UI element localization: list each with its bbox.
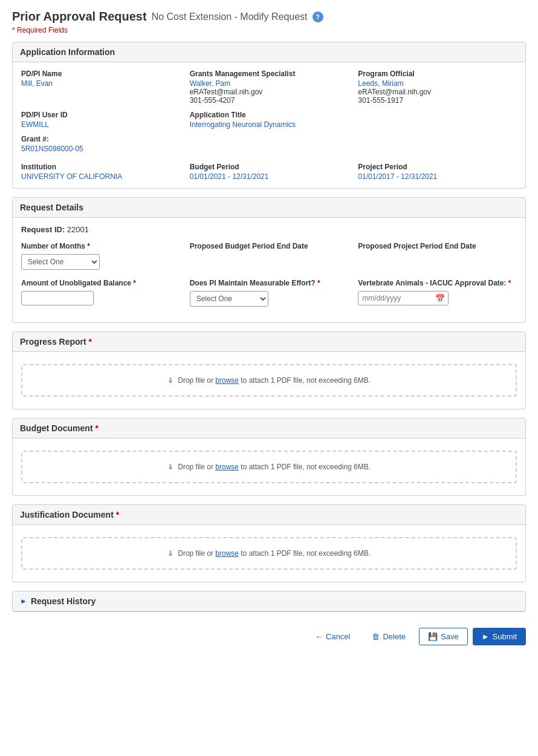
amount-unobligated-field: Amount of Unobligated Balance * <box>21 278 180 307</box>
application-info-section: Application Information PD/PI Name Mill,… <box>12 42 526 189</box>
gms-cell: Grants Management Specialist Walker, Pam… <box>190 70 349 105</box>
proposed-budget-field: Proposed Budget Period End Date <box>190 241 349 270</box>
amount-input[interactable] <box>21 291 94 305</box>
page-header: Prior Approval Request No Cost Extension… <box>12 10 526 24</box>
request-details-header: Request Details <box>13 198 525 218</box>
upload-icon-2: ⇓ <box>167 463 173 471</box>
justification-document-section: Justification Document * ⇓ Drop file or … <box>12 504 526 582</box>
application-info-header: Application Information <box>13 42 525 62</box>
justification-document-header: Justification Document * <box>13 505 525 525</box>
request-history-header[interactable]: ► Request History <box>13 591 525 611</box>
request-fields-row2: Amount of Unobligated Balance * Does PI … <box>21 278 517 307</box>
trash-icon: 🗑 <box>372 632 380 641</box>
send-icon: ► <box>482 632 490 641</box>
num-months-select[interactable]: Select One <box>21 254 100 270</box>
budget-period-cell: Budget Period 01/01/2021 - 12/31/2021 <box>190 163 349 181</box>
pdpi-name-cell: PD/PI Name Mill, Evan <box>21 70 180 105</box>
progress-report-upload[interactable]: ⇓ Drop file or browse to attach 1 PDF fi… <box>21 364 517 397</box>
app-info-row2: PD/PI User ID EWMILL Application Title I… <box>21 111 517 129</box>
save-icon: 💾 <box>428 632 438 641</box>
page-title: Prior Approval Request <box>12 10 147 24</box>
justification-browse-link[interactable]: browse <box>215 549 239 558</box>
does-pi-field: Does PI Maintain Measurable Effort? * Se… <box>190 278 349 307</box>
app-info-row3: Grant #: 5R01NS098000-05 <box>21 135 517 153</box>
save-button[interactable]: 💾 Save <box>419 628 468 645</box>
program-official-cell: Program Official Leeds, Miriam eRATest@m… <box>358 70 517 105</box>
submit-button[interactable]: ► Submit <box>473 628 526 645</box>
help-icon[interactable]: ? <box>313 11 323 22</box>
page-subtitle: No Cost Extension - Modify Request <box>152 11 308 22</box>
application-title-cell: Application Title Interrogating Neuronal… <box>190 111 349 129</box>
arrow-left-icon: ← <box>315 632 323 641</box>
budget-document-header: Budget Document * <box>13 419 525 438</box>
justification-document-upload[interactable]: ⇓ Drop file or browse to attach 1 PDF fi… <box>21 537 517 570</box>
budget-browse-link[interactable]: browse <box>215 463 239 471</box>
project-period-cell: Project Period 01/01/2017 - 12/31/2021 <box>358 163 517 181</box>
request-history-section: ► Request History <box>12 591 526 612</box>
budget-document-section: Budget Document * ⇓ Drop file or browse … <box>12 418 526 496</box>
num-months-field: Number of Months * Select One <box>21 241 180 270</box>
progress-report-header: Progress Report * <box>13 332 525 352</box>
vertebrate-animals-field: Vertebrate Animals - IACUC Approval Date… <box>358 278 517 307</box>
delete-button[interactable]: 🗑 Delete <box>363 628 414 645</box>
progress-browse-link[interactable]: browse <box>215 376 239 385</box>
budget-document-upload[interactable]: ⇓ Drop file or browse to attach 1 PDF fi… <box>21 451 517 483</box>
required-note: * Required Fields <box>12 26 526 34</box>
app-info-row1: PD/PI Name Mill, Evan Grants Management … <box>21 70 517 105</box>
request-details-section: Request Details Request ID: 22001 Number… <box>12 197 526 323</box>
progress-report-section: Progress Report * ⇓ Drop file or browse … <box>12 331 526 409</box>
cancel-button[interactable]: ← Cancel <box>306 628 358 645</box>
request-id-row: Request ID: 22001 <box>21 225 517 234</box>
footer-bar: ← Cancel 🗑 Delete 💾 Save ► Submit <box>12 621 526 648</box>
upload-icon-3: ⇓ <box>167 549 173 558</box>
date-input-wrap: 📅 <box>358 291 449 305</box>
vertebrate-date-input[interactable] <box>358 291 449 305</box>
upload-icon: ⇓ <box>167 376 173 385</box>
request-fields-row1: Number of Months * Select One Proposed B… <box>21 241 517 270</box>
proposed-project-field: Proposed Project Period End Date <box>358 241 517 270</box>
grant-cell: Grant #: 5R01NS098000-05 <box>21 135 180 153</box>
collapse-arrow-icon: ► <box>20 597 27 605</box>
pdpi-userid-cell: PD/PI User ID EWMILL <box>21 111 180 129</box>
app-info-row4: Institution UNIVERSITY OF CALIFORNIA Bud… <box>21 163 517 181</box>
does-pi-select[interactable]: Select One <box>190 291 268 307</box>
institution-cell: Institution UNIVERSITY OF CALIFORNIA <box>21 163 180 181</box>
